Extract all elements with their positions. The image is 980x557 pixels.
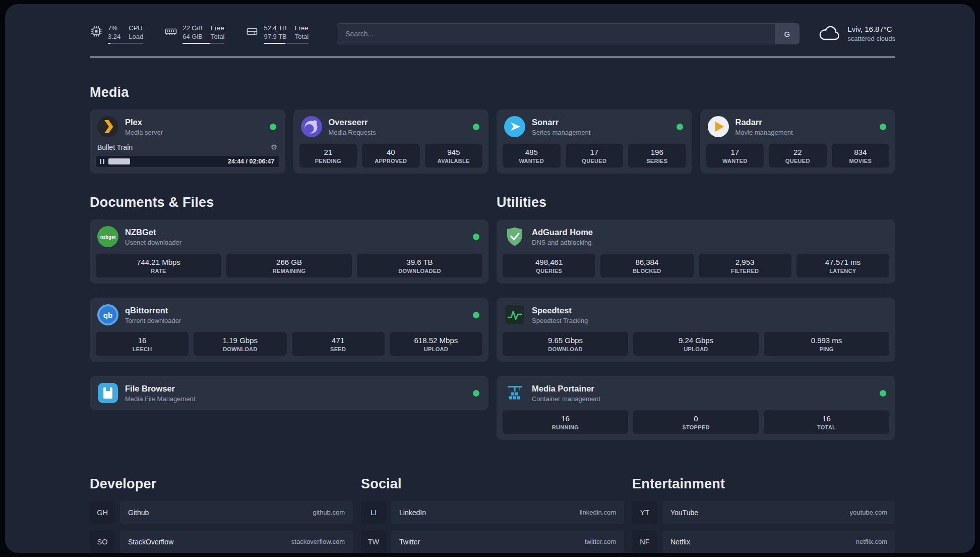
app-subtitle: Speedtest Tracking [532, 317, 588, 324]
app-subtitle: Torrent downloader [125, 317, 181, 324]
bookmark-name: StackOverflow [128, 538, 173, 546]
stat-wanted: 485 WANTED [503, 144, 561, 168]
stat-rate: 744.21 Mbps RATE [96, 254, 221, 277]
portainer-icon [504, 382, 526, 404]
bookmark-stackoverflow[interactable]: SO StackOverflow stackoverflow.com [90, 530, 353, 553]
bookmark-domain: twitter.com [585, 538, 616, 545]
app-name: Media Portainer [532, 384, 600, 394]
app-subtitle: Media File Management [125, 395, 195, 403]
stat-seed: 471 SEED [292, 332, 385, 356]
stat-queries: 498,461 QUERIES [503, 254, 595, 277]
bookmark-domain: netflix.com [856, 538, 887, 545]
bookmark-domain: linkedin.com [580, 509, 616, 516]
playback-time: 24:44 / 02:06:47 [222, 158, 274, 165]
speedtest-icon [504, 304, 526, 326]
disk-total: 97.9 TB [264, 32, 286, 41]
bookmark-name: Github [128, 509, 149, 517]
app-link-overseerr[interactable]: Overseerr Media Requests [299, 115, 483, 138]
app-name: Plex [125, 118, 163, 127]
app-link-plex[interactable]: Plex Media server [96, 115, 279, 138]
stat-leech: 16 LEECH [96, 332, 189, 356]
weather-widget: Lviv, 16.87°C scattered clouds [818, 24, 895, 43]
weather-condition: scattered clouds [847, 34, 895, 43]
status-dot [270, 124, 276, 130]
app-link-filebrowser[interactable]: File Browser Media File Management [96, 381, 482, 404]
app-name: Sonarr [532, 118, 590, 127]
pause-button[interactable] [99, 159, 108, 164]
stat-latency: 47.571 ms LATENCY [797, 254, 889, 277]
settings-gear-icon[interactable]: ⚙ [271, 143, 277, 152]
stat-movies: 834 MOVIES [832, 144, 890, 168]
bookmark-twitter[interactable]: TW Twitter twitter.com [361, 530, 624, 553]
app-link-nzbget[interactable]: nzbget NZBGet Usenet downloader [96, 225, 482, 248]
disk-usage-bar [264, 43, 309, 44]
bookmark-youtube[interactable]: YT YouTube youtube.com [632, 501, 895, 524]
stat-upload: 618.52 Mbps UPLOAD [390, 332, 482, 356]
app-name: qBittorrent [125, 306, 181, 315]
cpu-load-label: Load [129, 32, 143, 41]
bookmark-group-entertainment: Entertainment YT YouTube youtube.com NF … [632, 476, 895, 553]
status-dot [880, 390, 886, 397]
bookmark-domain: github.com [313, 509, 345, 516]
app-subtitle: Series management [532, 129, 590, 136]
search-bar: G [337, 23, 800, 44]
status-dot [880, 124, 886, 130]
cpu-load-value: 3.24 [108, 32, 120, 41]
now-playing-title: Bullet Train [97, 143, 271, 151]
status-dot [473, 390, 479, 397]
stat-ping: 0.993 ms PING [764, 332, 889, 356]
app-name: Overseerr [329, 118, 376, 127]
app-card-overseerr: Overseerr Media Requests 21 PENDING 40 A… [293, 109, 489, 174]
app-link-adguard[interactable]: AdGuard Home DNS and adblocking [503, 225, 889, 248]
app-card-plex: Plex Media server Bullet Train ⚙ 24:44 /… [90, 109, 285, 174]
app-name: Speedtest [532, 306, 588, 315]
stat-queued: 17 QUEUED [566, 144, 624, 168]
svg-text:qb: qb [103, 311, 112, 319]
app-name: File Browser [125, 384, 195, 394]
disk-widget: 52.4 TB 97.9 TB Free Total [246, 24, 309, 44]
stat-upload: 9.24 Gbps UPLOAD [633, 332, 759, 356]
app-name: AdGuard Home [532, 228, 593, 237]
disk-total-label: Total [295, 32, 309, 41]
playback-progress-fill [108, 158, 130, 164]
topbar: 7% 3.24 CPU Load [90, 23, 895, 44]
app-link-portainer[interactable]: Media Portainer Container management [503, 381, 889, 404]
bookmark-group-social: Social LI LinkedIn linkedin.com TW Twitt… [361, 476, 624, 553]
cpu-usage: 7% [108, 24, 120, 32]
disk-free-label: Free [295, 24, 309, 32]
bookmark-domain: stackoverflow.com [291, 538, 345, 545]
app-link-speedtest[interactable]: Speedtest Speedtest Tracking [503, 303, 889, 326]
bookmark-name: YouTube [670, 509, 698, 517]
bookmark-abbr: TW [361, 530, 386, 553]
status-dot [473, 124, 479, 130]
section-title-utilities: Utilities [497, 195, 895, 210]
stat-download: 1.19 Gbps DOWNLOAD [194, 332, 286, 356]
memory-usage-bar [182, 43, 224, 44]
svg-text:nzbget: nzbget [100, 234, 116, 240]
bookmark-netflix[interactable]: NF Netflix netflix.com [632, 530, 895, 553]
app-name: NZBGet [125, 228, 181, 237]
stat-total: 16 TOTAL [764, 410, 889, 434]
overseerr-icon [300, 116, 323, 138]
status-dot [473, 234, 479, 240]
section-utilities: Utilities AdGuard Home DNS and a [497, 195, 895, 440]
stat-running: 16 RUNNING [503, 410, 628, 434]
app-link-radarr[interactable]: Radarr Movie management [706, 115, 890, 138]
section-title-social: Social [361, 476, 624, 492]
app-subtitle: Media server [125, 129, 163, 136]
stat-filtered: 2,953 FILTERED [699, 254, 791, 277]
app-subtitle: Usenet downloader [125, 239, 181, 246]
memory-free-label: Free [211, 24, 224, 32]
bookmark-name: LinkedIn [399, 509, 426, 517]
bookmark-github[interactable]: GH Github github.com [90, 501, 353, 524]
app-link-qbittorrent[interactable]: qb qBittorrent Torrent downloader [96, 303, 482, 326]
disk-icon [246, 25, 259, 40]
app-subtitle: Container management [532, 395, 600, 403]
section-media: Media Plex Media server [90, 85, 895, 174]
search-provider-button[interactable]: G [775, 24, 799, 44]
app-link-sonarr[interactable]: Sonarr Series management [503, 115, 686, 138]
radarr-icon [707, 116, 729, 138]
bookmark-linkedin[interactable]: LI LinkedIn linkedin.com [361, 501, 624, 524]
search-input[interactable] [337, 24, 775, 44]
section-documents: Documents & Files nzbget NZBGet U [90, 195, 488, 440]
